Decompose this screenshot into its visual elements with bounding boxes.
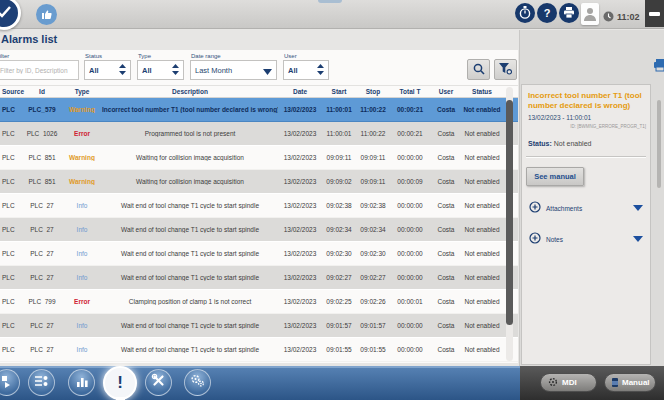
nav-settings-button[interactable] (184, 369, 211, 396)
cell-date: 13/02/2023 (278, 274, 322, 281)
cell-total: 00:00:21 (390, 106, 430, 113)
cell-source: PLC (0, 130, 22, 137)
cell-total: 00:00:00 (390, 154, 430, 161)
cell-type: Error (62, 298, 102, 305)
cell-start: 09:02:38 (322, 202, 356, 209)
alarm-row[interactable]: PLC PLC_851 Warning Waiting for collisio… (0, 170, 518, 194)
date-range-select[interactable]: Last Month (190, 60, 277, 80)
filter-settings-button[interactable] (494, 59, 517, 80)
nav-statistics-button[interactable] (68, 369, 95, 396)
attachments-label: Attachments (546, 205, 633, 212)
cell-stop: 09:09:11 (356, 178, 390, 185)
question-icon: ? (544, 7, 551, 19)
chevron-down-icon (633, 236, 643, 242)
nav-tools-button[interactable] (145, 369, 172, 396)
cell-status: Not enabled (462, 178, 502, 185)
spinner-arrows-icon (119, 61, 126, 79)
alarm-row[interactable]: PLC PLC_1026 Error Programmed tool is no… (0, 122, 518, 146)
cell-stop: 09:01:57 (356, 322, 390, 329)
cell-description: Wait end of tool change T1 cycle to star… (102, 226, 278, 233)
confirm-button[interactable] (0, 0, 21, 30)
circle-plus-icon (529, 230, 541, 248)
cell-description: Wait end of tool change T1 cycle to star… (102, 202, 278, 209)
cell-status: Not enabled (462, 130, 502, 137)
person-icon (583, 5, 597, 25)
print-button[interactable] (559, 3, 579, 23)
search-icon (473, 61, 485, 79)
cell-type: Warning (62, 154, 102, 161)
cell-date: 13/02/2023 (278, 298, 322, 305)
notes-accordion[interactable]: Notes (529, 230, 643, 248)
clock-icon (603, 8, 614, 26)
cell-description: Waiting for collision image acquisition (102, 154, 278, 161)
status-filter-label: Status (85, 53, 102, 59)
cell-id: PLC_799 (22, 298, 62, 305)
alarm-row[interactable]: PLC PLC_579 Warning Incorrect tool numbe… (0, 98, 518, 122)
nav-programs-button[interactable] (28, 369, 55, 396)
help-button[interactable]: ? (537, 3, 557, 23)
cell-id: PLC_27 (22, 322, 62, 329)
attachments-accordion[interactable]: Attachments (529, 199, 643, 217)
see-manual-button[interactable]: See manual (526, 167, 584, 186)
circle-plus-icon (529, 199, 541, 217)
alarm-row[interactable]: PLC PLC_799 Error Clamping position of c… (0, 290, 518, 314)
timer-button[interactable] (515, 3, 535, 23)
alarm-row[interactable]: PLC PLC_27 Info Wait end of tool change … (0, 242, 518, 266)
cell-date: 13/02/2023 (278, 178, 322, 185)
user-filter-label: User (284, 53, 297, 59)
cell-source: PLC (0, 202, 22, 209)
alarm-row[interactable]: PLC PLC_27 Info Wait end of tool change … (0, 218, 518, 242)
alarm-row[interactable]: PLC PLC_27 Info Wait end of tool change … (0, 194, 518, 218)
alarm-row[interactable]: PLC PLC_851 Warning Waiting for collisio… (0, 146, 518, 170)
col-total: Total T (390, 88, 430, 95)
cell-date: 13/02/2023 (278, 202, 322, 209)
user-avatar[interactable] (581, 3, 599, 25)
col-user: User (430, 88, 462, 95)
window-menu-button[interactable] (645, 0, 664, 27)
export-button[interactable] (653, 58, 664, 72)
cell-description: Wait end of tool change T1 cycle to star… (102, 322, 278, 329)
cell-stop: 09:01:55 (356, 346, 390, 353)
alarm-status: Status: Not enabled (528, 140, 644, 147)
col-date: Date (278, 88, 322, 95)
alarm-id: ID: [BWMNG_ERRORE_PROGR_T1] (522, 124, 646, 129)
manual-mode-button[interactable]: Manual (604, 373, 656, 392)
cell-source: PLC (0, 250, 22, 257)
search-button[interactable] (467, 59, 490, 80)
cell-id: PLC_27 (22, 346, 62, 353)
type-filter-select[interactable]: All (137, 60, 184, 80)
play-stop-icon (0, 374, 14, 392)
type-filter-label: Type (138, 53, 151, 59)
table-scrollbar-thumb[interactable] (506, 100, 513, 325)
cell-user: Costa (430, 298, 462, 305)
alarm-row[interactable]: PLC PLC_27 Info Wait end of tool change … (0, 314, 518, 338)
cell-id: PLC_1026 (22, 130, 62, 137)
cell-description: Waiting for collision image acquisition (102, 178, 278, 185)
alarm-row[interactable]: PLC PLC_27 Info Wait end of tool change … (0, 266, 518, 290)
search-input[interactable] (0, 60, 79, 80)
exclamation-icon: ! (117, 373, 123, 393)
approve-button[interactable] (36, 4, 57, 25)
cell-type: Info (62, 226, 102, 233)
cell-total: 00:00:00 (390, 226, 430, 233)
user-filter-select[interactable]: All (283, 60, 329, 80)
details-divider (526, 156, 646, 158)
cell-id: PLC_851 (22, 154, 62, 161)
status-filter-select[interactable]: All (84, 60, 131, 80)
cell-status: Not enabled (462, 202, 502, 209)
alarm-datetime: 13/02/2023 - 11:00:01 (528, 114, 644, 121)
cell-start: 09:01:55 (322, 346, 356, 353)
cell-start: 09:02:30 (322, 250, 356, 257)
cell-type: Info (62, 202, 102, 209)
cell-start: 09:09:02 (322, 178, 356, 185)
mdi-mode-button[interactable]: MDI (540, 373, 597, 392)
stopwatch-icon (519, 6, 531, 21)
cell-user: Costa (430, 322, 462, 329)
nav-alarms-button[interactable]: ! (103, 366, 137, 400)
funnel-icon (499, 61, 512, 79)
details-scrollbar-thumb[interactable] (657, 100, 661, 188)
cell-description: Programmed tool is not present (102, 130, 278, 137)
alarm-row[interactable]: PLC PLC_27 Info Wait end of tool change … (0, 338, 518, 362)
cell-date: 13/02/2023 (278, 322, 322, 329)
alarm-details-card: Incorrect tool number T1 (tool number de… (521, 84, 651, 365)
